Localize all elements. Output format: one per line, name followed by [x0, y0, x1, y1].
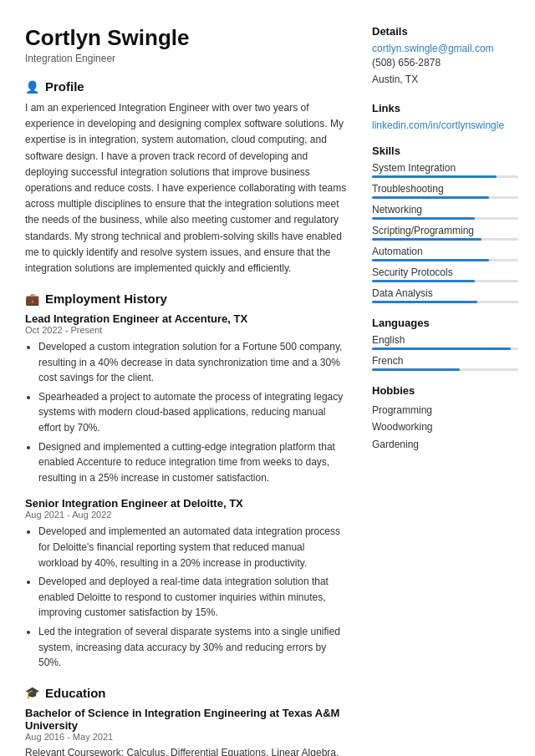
skill-bar-bg — [372, 196, 518, 199]
job-bullet: Spearheaded a project to automate the pr… — [38, 389, 347, 436]
edu-desc: Relevant Coursework: Calculus, Different… — [25, 745, 347, 756]
job-entry: Senior Integration Engineer at Deloitte,… — [25, 497, 347, 670]
skills-container: System IntegrationTroubleshootingNetwork… — [372, 162, 518, 303]
skill-item: Security Protocols — [372, 266, 518, 282]
edu-title: Bachelor of Science in Integration Engin… — [25, 707, 347, 732]
edu-container: Bachelor of Science in Integration Engin… — [25, 707, 347, 756]
header-section: Cortlyn Swingle Integration Engineer — [25, 25, 347, 64]
languages-title: Languages — [372, 317, 518, 329]
profile-section: 👤 Profile I am an experienced Integratio… — [25, 79, 347, 277]
skill-bar-bg — [372, 175, 518, 178]
skill-bar-fill — [372, 280, 475, 282]
details-location: Austin, TX — [372, 71, 518, 88]
details-title: Details — [372, 25, 518, 38]
job-bullet: Developed and deployed a real-time data … — [38, 574, 347, 621]
education-icon: 🎓 — [25, 686, 39, 699]
job-title: Senior Integration Engineer at Deloitte,… — [25, 497, 347, 510]
candidate-name: Cortlyn Swingle — [25, 25, 347, 51]
skill-bar-fill — [372, 259, 489, 261]
skill-bar-fill — [372, 217, 475, 220]
left-column: Cortlyn Swingle Integration Engineer 👤 P… — [25, 25, 347, 756]
links-url[interactable]: linkedin.com/in/cortlynswingle — [372, 119, 518, 131]
skill-bar-fill — [372, 301, 477, 303]
lang-label: French — [372, 355, 518, 367]
details-email[interactable]: cortlyn.swingle@gmail.com — [372, 43, 518, 54]
employment-title: 💼 Employment History — [25, 292, 347, 306]
lang-label: English — [372, 334, 518, 346]
job-bullet: Led the integration of several disparate… — [38, 624, 347, 671]
skill-label: Security Protocols — [372, 266, 518, 278]
skill-item: System Integration — [372, 162, 518, 178]
job-period: Oct 2022 - Present — [25, 325, 347, 335]
hobbies-section: Hobbies ProgrammingWoodworkingGardening — [372, 384, 518, 453]
lang-bar-bg — [372, 348, 518, 350]
skill-bar-bg — [372, 238, 518, 241]
skill-label: Data Analysis — [372, 287, 518, 299]
job-period: Aug 2021 - Aug 2022 — [25, 510, 347, 520]
hobby-item: Woodworking — [372, 419, 518, 435]
skill-item: Networking — [372, 204, 518, 220]
skill-bar-fill — [372, 175, 497, 178]
skill-label: Networking — [372, 204, 518, 216]
employment-icon: 💼 — [25, 292, 39, 306]
skill-label: Automation — [372, 246, 518, 257]
skill-bar-bg — [372, 280, 518, 282]
lang-item: French — [372, 355, 518, 371]
skill-item: Automation — [372, 246, 518, 261]
hobbies-container: ProgrammingWoodworkingGardening — [372, 402, 518, 453]
languages-section: Languages EnglishFrench — [372, 317, 518, 371]
hobby-item: Programming — [372, 402, 518, 419]
job-bullet: Developed a custom integration solution … — [38, 339, 347, 386]
skill-bar-fill — [372, 238, 482, 241]
job-title: Lead Integration Engineer at Accenture, … — [25, 312, 347, 325]
profile-title: 👤 Profile — [25, 79, 347, 94]
education-section: 🎓 Education Bachelor of Science in Integ… — [25, 686, 347, 756]
education-title: 🎓 Education — [25, 686, 347, 700]
links-title: Links — [372, 102, 518, 114]
skill-item: Troubleshooting — [372, 183, 518, 199]
links-section: Links linkedin.com/in/cortlynswingle — [372, 102, 518, 131]
skill-label: System Integration — [372, 162, 518, 174]
right-column: Details cortlyn.swingle@gmail.com (508) … — [372, 25, 518, 756]
job-entry: Lead Integration Engineer at Accenture, … — [25, 312, 347, 485]
skill-bar-bg — [372, 259, 518, 261]
skill-bar-bg — [372, 217, 518, 220]
lang-item: English — [372, 334, 518, 350]
skill-bar-fill — [372, 196, 489, 199]
candidate-subtitle: Integration Engineer — [25, 53, 347, 64]
jobs-container: Lead Integration Engineer at Accenture, … — [25, 312, 347, 671]
job-bullet: Designed and implemented a cutting-edge … — [38, 439, 347, 486]
languages-container: EnglishFrench — [372, 334, 518, 371]
job-bullet: Developed and implemented an automated d… — [38, 524, 347, 571]
lang-bar-bg — [372, 368, 518, 371]
skill-item: Data Analysis — [372, 287, 518, 303]
skills-section: Skills System IntegrationTroubleshooting… — [372, 145, 518, 303]
skill-label: Scripting/Programming — [372, 225, 518, 236]
skill-item: Scripting/Programming — [372, 225, 518, 241]
edu-period: Aug 2016 - May 2021 — [25, 732, 347, 742]
job-bullets: Developed and implemented an automated d… — [25, 524, 347, 670]
edu-entry: Bachelor of Science in Integration Engin… — [25, 707, 347, 756]
lang-bar-fill — [372, 368, 460, 371]
hobby-item: Gardening — [372, 436, 518, 453]
skill-label: Troubleshooting — [372, 183, 518, 195]
details-section: Details cortlyn.swingle@gmail.com (508) … — [372, 25, 518, 89]
job-bullets: Developed a custom integration solution … — [25, 339, 347, 485]
employment-section: 💼 Employment History Lead Integration En… — [25, 292, 347, 671]
skill-bar-bg — [372, 301, 518, 303]
profile-icon: 👤 — [25, 80, 39, 94]
profile-text: I am an experienced Integration Engineer… — [25, 100, 347, 277]
skills-title: Skills — [372, 145, 518, 157]
lang-bar-fill — [372, 348, 511, 350]
details-phone: (508) 656-2878 — [372, 54, 518, 71]
hobbies-title: Hobbies — [372, 384, 518, 397]
